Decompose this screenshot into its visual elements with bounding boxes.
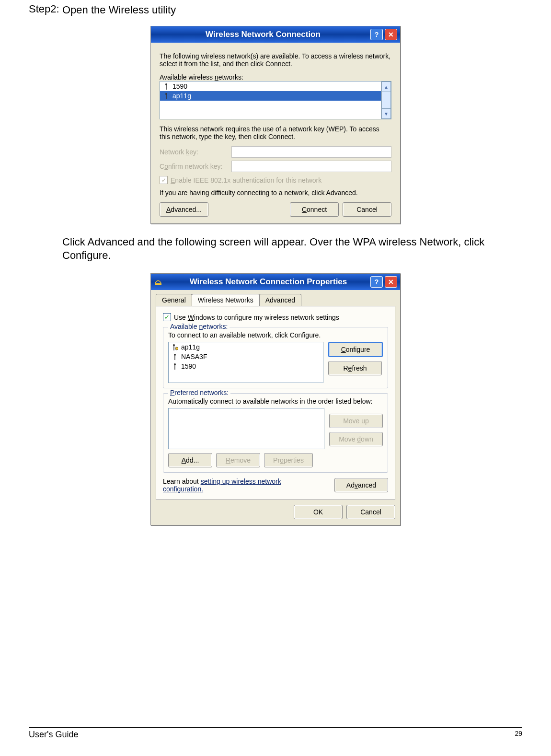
svg-point-2 (165, 93, 167, 95)
preferred-description: Automatically connect to available netwo… (168, 397, 383, 405)
advanced-button[interactable]: Advanced... (160, 202, 208, 217)
titlebar: Wireless Network Connection Properties ?… (151, 274, 400, 290)
list-item[interactable]: NASA3F (169, 352, 323, 361)
list-item-selected[interactable]: ap11g (160, 91, 391, 101)
network-name: ap11g (172, 92, 191, 100)
tabs-row: General Wireless Networks Advanced (151, 290, 400, 306)
preferred-group-label: Preferred networks: (168, 389, 230, 396)
svg-point-7 (175, 347, 178, 350)
use-windows-checkbox-row[interactable]: ✓ Use Windows to configure my wireless n… (163, 313, 388, 321)
footer-guide-label: User's Guide (29, 730, 78, 740)
preferred-networks-list[interactable] (168, 408, 324, 449)
antenna-icon (172, 353, 178, 360)
tab-general[interactable]: General (156, 294, 192, 306)
titlebar: Wireless Network Connection ? ✕ (151, 26, 400, 43)
move-down-button: Move down (329, 432, 383, 446)
enable-8021x-label: Enable IEEE 802.1x authentication for th… (171, 176, 321, 184)
scrollbar[interactable]: ▲ ▼ (381, 81, 391, 119)
network-name: 1590 (172, 82, 187, 90)
svg-point-5 (173, 344, 175, 346)
page-number: 29 (515, 730, 522, 740)
network-name: ap11g (181, 343, 200, 351)
properties-button: Properties (264, 453, 313, 467)
connect-button[interactable]: Connect (290, 202, 339, 217)
svg-point-10 (174, 363, 176, 365)
network-name: 1590 (181, 362, 196, 370)
svg-point-0 (165, 83, 167, 85)
preferred-networks-group: Preferred networks: Automatically connec… (163, 393, 388, 473)
antenna-icon (172, 363, 178, 370)
checkbox-icon: ✓ (160, 176, 168, 184)
help-icon[interactable]: ? (370, 276, 383, 288)
paragraph-text: Click Advanced and the following screen … (62, 235, 522, 262)
cancel-button[interactable]: Cancel (346, 505, 395, 519)
available-description: To connect to an available network, clic… (168, 331, 383, 339)
learn-about-text: Learn about setting up wireless network … (163, 477, 307, 493)
scroll-down-icon[interactable]: ▼ (381, 108, 391, 119)
step-text: Open the Wireless utility (62, 4, 522, 16)
available-group-label: Available networks: (168, 323, 230, 330)
refresh-button[interactable]: Refresh (328, 361, 382, 375)
network-key-input[interactable] (231, 146, 391, 158)
help-icon[interactable]: ? (370, 29, 383, 40)
use-windows-label: Use Windows to configure my wireless net… (174, 314, 339, 321)
network-name: NASA3F (181, 353, 207, 361)
antenna-icon (163, 93, 170, 99)
figure-connection-properties-dialog: Wireless Network Connection Properties ?… (29, 273, 522, 525)
dialog2-title: Wireless Network Connection Properties (164, 277, 370, 287)
remove-button: Remove (216, 453, 260, 467)
svg-rect-4 (155, 283, 161, 285)
cancel-button[interactable]: Cancel (343, 202, 391, 217)
ok-button[interactable]: OK (294, 505, 343, 519)
network-key-label: Network key: (160, 148, 231, 156)
list-item[interactable]: ap11g (169, 342, 323, 352)
available-networks-group: Available networks: To connect to an ava… (163, 327, 388, 388)
enable-8021x-checkbox-row: ✓ Enable IEEE 802.1x authentication for … (160, 176, 391, 184)
dialog1-intro-text: The following wireless network(s) are av… (160, 52, 391, 68)
available-networks-list[interactable]: 1590 ap11g ▲ ▼ (160, 81, 391, 119)
available-networks-list[interactable]: ap11g NASA3F (168, 342, 323, 383)
confirm-key-label: Confirm network key: (160, 163, 231, 170)
configure-button[interactable]: Configure (328, 342, 383, 357)
move-up-button: Move up (329, 414, 383, 428)
dialog1-title: Wireless Network Connection (154, 30, 370, 39)
available-networks-label: Available wireless networks: (160, 73, 391, 81)
tab-body: ✓ Use Windows to configure my wireless n… (156, 306, 395, 500)
dialog-wireless-network-connection-properties: Wireless Network Connection Properties ?… (150, 273, 401, 525)
page-footer: User's Guide 29 (29, 727, 522, 740)
add-button[interactable]: Add... (168, 453, 212, 467)
wep-note-text: This wireless network requires the use o… (160, 125, 391, 140)
tab-wireless-networks[interactable]: Wireless Networks (192, 294, 260, 306)
wireless-icon (154, 278, 162, 286)
scroll-up-icon[interactable]: ▲ (381, 81, 391, 92)
checkbox-checked-icon[interactable]: ✓ (163, 313, 171, 321)
list-item[interactable]: 1590 (160, 81, 391, 91)
confirm-key-input[interactable] (231, 161, 391, 172)
difficulty-text: If you are having difficulty connecting … (160, 189, 391, 197)
dialog-wireless-network-connection: Wireless Network Connection ? ✕ The foll… (150, 26, 401, 224)
close-icon[interactable]: ✕ (385, 276, 397, 288)
figure-wireless-connection-dialog: Wireless Network Connection ? ✕ The foll… (29, 26, 522, 224)
tab-advanced[interactable]: Advanced (259, 294, 301, 306)
advanced-button[interactable]: Advanced (334, 478, 388, 492)
list-item[interactable]: 1590 (169, 361, 323, 371)
svg-point-8 (174, 354, 176, 356)
antenna-icon (163, 83, 170, 90)
antenna-secure-icon (172, 344, 178, 350)
close-icon[interactable]: ✕ (385, 29, 397, 40)
scroll-thumb[interactable] (381, 92, 391, 109)
